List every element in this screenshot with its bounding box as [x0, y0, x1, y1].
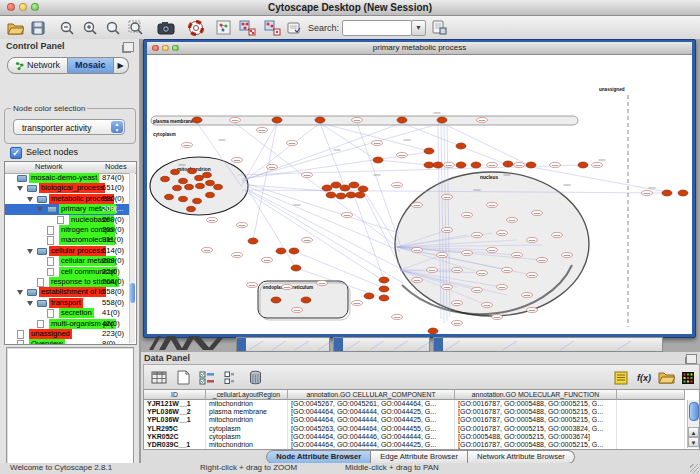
labeled-node[interactable]	[482, 302, 493, 307]
labeled-node[interactable]	[537, 257, 548, 262]
function-builder-button[interactable]: f(x)	[633, 367, 655, 388]
table-cell[interactable]	[617, 425, 685, 433]
disclosure-triangle-icon[interactable]	[27, 301, 33, 306]
gene-node[interactable]	[346, 192, 356, 198]
labeled-node[interactable]	[262, 257, 273, 262]
labeled-node[interactable]	[442, 284, 453, 289]
labeled-node[interactable]	[392, 314, 403, 319]
table-cell[interactable]: mitochondrion	[206, 400, 288, 408]
scroll-down-button[interactable]: ▼	[688, 437, 699, 447]
table-cell[interactable]: mitochondrion	[206, 416, 288, 424]
labeled-node[interactable]	[412, 277, 423, 282]
labeled-node[interactable]	[642, 190, 653, 195]
table-cell[interactable]: [GO:0016787, GO:0005488, GO:0005215, G..…	[455, 441, 617, 449]
background-window-fragment[interactable]	[236, 337, 330, 352]
labeled-node[interactable]	[462, 250, 473, 255]
unselect-attributes-button[interactable]	[218, 367, 240, 388]
gene-node[interactable]	[503, 161, 513, 167]
gene-node[interactable]	[355, 192, 365, 198]
gene-node[interactable]	[471, 162, 481, 168]
network-window-titlebar[interactable]: primary metabolic process	[147, 42, 692, 55]
background-window-fragment[interactable]	[433, 337, 663, 352]
gene-node[interactable]	[271, 297, 281, 303]
labeled-node[interactable]	[502, 267, 513, 272]
labeled-node[interactable]	[352, 117, 363, 122]
labeled-node[interactable]	[487, 247, 498, 252]
labeled-node[interactable]	[527, 307, 538, 312]
tree-row[interactable]: biological_process651(0)	[5, 183, 134, 193]
disclosure-triangle-icon[interactable]	[27, 249, 33, 254]
gene-node[interactable]	[326, 192, 336, 198]
labeled-node[interactable]	[522, 292, 533, 297]
snapshot-camera-button[interactable]	[156, 18, 175, 37]
search-input[interactable]	[342, 20, 412, 36]
disclosure-triangle-icon[interactable]	[37, 207, 43, 212]
node-color-select[interactable]: transporter activity ▲▼	[13, 119, 125, 135]
column-header[interactable]: _cellularLayoutRegion	[206, 390, 288, 400]
tab-network-attribute-browser[interactable]: Network Attribute Browser	[468, 450, 575, 464]
labeled-node[interactable]	[527, 237, 538, 242]
gene-node[interactable]	[437, 117, 447, 123]
labeled-node[interactable]	[552, 232, 563, 237]
labeled-node[interactable]	[487, 162, 498, 167]
matrix-button[interactable]	[677, 367, 699, 388]
labeled-node[interactable]	[477, 270, 488, 275]
gene-node[interactable]	[179, 196, 188, 201]
column-header[interactable]	[617, 390, 685, 400]
labeled-node[interactable]	[437, 252, 448, 257]
table-cell[interactable]	[617, 441, 685, 449]
labeled-node[interactable]	[472, 287, 483, 292]
attribute-grid-button[interactable]	[148, 367, 170, 388]
zoom-out-button[interactable]	[57, 18, 76, 37]
labeled-node[interactable]	[352, 300, 363, 305]
labeled-node[interactable]	[372, 140, 383, 145]
labeled-node[interactable]	[487, 202, 498, 207]
table-cell[interactable]	[617, 408, 685, 416]
table-scrollbar[interactable]: ▲ ▼	[687, 400, 699, 448]
table-cell[interactable]: cytoplasm	[206, 433, 288, 441]
gene-node[interactable]	[187, 206, 196, 211]
table-cell[interactable]: YLR295C	[144, 425, 206, 433]
gene-node[interactable]	[185, 184, 194, 189]
search-dropdown-button[interactable]: ▼	[411, 20, 426, 36]
labeled-node[interactable]	[302, 237, 313, 242]
attribute-table[interactable]: ID_cellularLayoutRegionannotation.GO CEL…	[143, 389, 700, 450]
zoom-selected-button[interactable]	[126, 18, 145, 37]
gene-node[interactable]	[188, 168, 197, 173]
labeled-node[interactable]	[442, 227, 453, 232]
open-attributes-button[interactable]	[655, 367, 677, 388]
zoom-fit-button[interactable]	[103, 18, 122, 37]
annotation-doc-button[interactable]	[286, 18, 302, 37]
tree-row[interactable]: cellular metabol209(0)	[5, 256, 134, 266]
labeled-node[interactable]	[452, 267, 463, 272]
gene-node[interactable]	[379, 286, 389, 292]
gene-node[interactable]	[171, 169, 180, 174]
gene-node[interactable]	[578, 162, 588, 168]
import-attributes-button[interactable]	[430, 18, 449, 37]
gene-node[interactable]	[678, 190, 688, 196]
labeled-node[interactable]	[282, 284, 293, 289]
gene-node[interactable]	[373, 157, 383, 163]
gene-node[interactable]	[272, 117, 282, 123]
disclosure-triangle-icon[interactable]	[17, 290, 23, 295]
table-cell[interactable]: [GO:0045267, GO:0045261, GO:0044464, G..…	[288, 400, 455, 408]
delete-attribute-button[interactable]	[244, 367, 266, 388]
gene-node[interactable]	[206, 192, 215, 197]
gene-node[interactable]	[179, 178, 188, 183]
gene-node[interactable]	[424, 148, 434, 154]
labeled-node[interactable]	[292, 307, 303, 312]
labeled-node[interactable]	[444, 162, 455, 167]
gene-node[interactable]	[291, 265, 301, 271]
labeled-node[interactable]	[497, 284, 508, 289]
table-cell[interactable]: plasma membrane	[206, 408, 288, 416]
labeled-node[interactable]	[492, 314, 503, 319]
new-attribute-button[interactable]	[172, 367, 194, 388]
table-cell[interactable]: YDR039C__1	[144, 441, 206, 449]
table-cell[interactable]: [GO:0045263, GO:0044464, GO:0044455, G..…	[288, 425, 455, 433]
labeled-node[interactable]	[462, 212, 473, 217]
labeled-node[interactable]	[202, 247, 213, 252]
labeled-node[interactable]	[232, 157, 243, 162]
labeled-node[interactable]	[442, 194, 453, 199]
labeled-node[interactable]	[507, 217, 518, 222]
table-cell[interactable]: YKR052C	[144, 433, 206, 441]
